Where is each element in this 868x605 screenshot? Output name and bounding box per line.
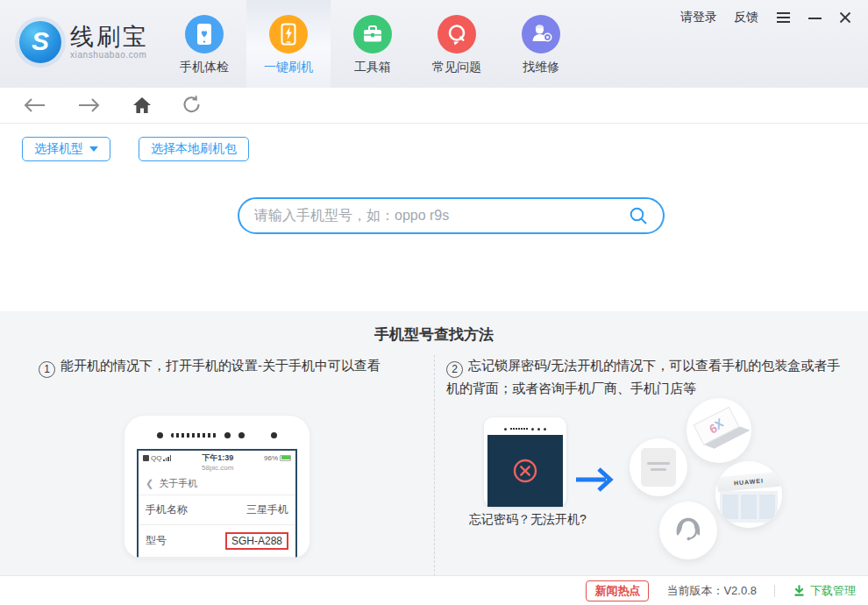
app-subtitle: xianshuabao.com (70, 50, 149, 60)
app-window: S 线刷宝 xianshuabao.com 手机体检 (0, 0, 868, 605)
forward-arrow-icon (76, 96, 103, 114)
store-windows (720, 491, 778, 523)
news-hotspot-button[interactable]: 新闻热点 (586, 580, 649, 601)
minimize-icon[interactable] (808, 18, 822, 19)
box-model-label: 6X (706, 416, 726, 436)
signal-icon (163, 455, 171, 461)
error-screen (487, 435, 563, 507)
battery-icon (280, 455, 291, 461)
status-time: 下午1:39 (202, 452, 233, 464)
storefront: HUAWEI (715, 461, 782, 528)
row-label: 手机名称 (146, 502, 188, 517)
main-nav: 手机体检 一键刷机 工具箱 (162, 0, 583, 88)
nav-label: 一键刷机 (264, 60, 313, 75)
phone-screen: QQ 下午1:39 58pic.com 96% (137, 449, 297, 559)
select-model-button[interactable]: 选择机型 (22, 137, 110, 161)
download-manager-label: 下载管理 (810, 583, 856, 599)
right-arrow-icon (574, 466, 615, 493)
model-value-highlight: SGH-A288 (225, 532, 288, 550)
locked-phone-caption: 忘记密码？无法开机? (435, 512, 621, 528)
row-label: 型号 (146, 533, 167, 548)
select-local-package-label: 选择本地刷机包 (151, 141, 237, 157)
customer-service-circle (659, 502, 717, 559)
battery-percent: 96% (264, 454, 278, 462)
phone-settings-illustration: QQ 下午1:39 58pic.com 96% (124, 415, 310, 559)
package-box-circle: 6X (687, 398, 751, 463)
guide-step2-column: 2忘记锁屏密码/无法开机的情况下，可以查看手机的包装盒或者手机的背面；或者咨询手… (434, 355, 868, 576)
guide-step2-text: 2忘记锁屏密码/无法开机的情况下，可以查看手机的包装盒或者手机的背面；或者咨询手… (435, 355, 868, 398)
repair-icon (522, 15, 560, 53)
phone-box: 6X (694, 406, 743, 452)
about-phone-label: 关于手机 (159, 477, 197, 490)
store-sign: HUAWEI (716, 472, 780, 492)
logo-letter: S (32, 26, 49, 56)
app-logo: S 线刷宝 xianshuabao.com (19, 21, 149, 63)
search-box (238, 197, 665, 234)
home-icon (132, 96, 153, 115)
login-link[interactable]: 请登录 (680, 10, 717, 25)
guide-step1-text: 1能开机的情况下，打开手机的设置-关于手机中可以查看 (0, 355, 434, 378)
refresh-icon (181, 95, 203, 116)
forward-button[interactable] (76, 96, 103, 114)
nav-label: 常见问题 (432, 60, 481, 75)
chevron-left-icon: ❮ (146, 478, 153, 489)
nav-item-repair[interactable]: 找维修 (499, 0, 583, 88)
search-input[interactable] (254, 208, 629, 224)
status-site: 58pic.com (202, 464, 233, 472)
phone-checkup-icon (185, 15, 224, 53)
version-label: 当前版本：V2.0.8 (666, 583, 757, 599)
status-bar: QQ 下午1:39 58pic.com 96% (139, 451, 295, 473)
phone-sensors (137, 428, 297, 444)
actions-row: 选择机型 选择本地刷机包 (22, 137, 249, 161)
nav-item-toolbox[interactable]: 工具箱 (331, 0, 415, 88)
footer-divider (774, 585, 775, 597)
close-icon[interactable] (838, 11, 852, 25)
feedback-link[interactable]: 反馈 (734, 10, 758, 25)
locked-phone-illustration: 忘记密码？无法开机? 6X (435, 403, 868, 579)
logo-icon: S (19, 21, 61, 63)
row-value: 三星手机 (246, 502, 288, 517)
phone-back-label-circle (630, 438, 687, 496)
model-row: 型号 SGH-A288 (139, 525, 295, 558)
browser-toolbar (0, 88, 868, 124)
refresh-button[interactable] (181, 95, 203, 116)
back-arrow-icon (21, 96, 47, 114)
search-icon[interactable] (629, 206, 648, 225)
select-model-label: 选择机型 (34, 141, 83, 157)
back-button[interactable] (21, 96, 47, 114)
carrier-icon (143, 455, 149, 461)
nav-label: 工具箱 (354, 60, 391, 75)
step1-number-badge: 1 (39, 361, 55, 378)
about-phone-row: ❮ 关于手机 (139, 473, 295, 495)
faq-icon (438, 15, 476, 53)
phone-store-circle: HUAWEI (715, 461, 782, 528)
home-button[interactable] (132, 96, 153, 115)
customer-service-icon (666, 509, 710, 552)
nav-label: 找维修 (523, 60, 559, 75)
download-icon (793, 584, 806, 597)
error-x-icon (511, 457, 539, 485)
nav-item-faq[interactable]: 常见问题 (415, 0, 499, 88)
locked-phone (484, 417, 566, 507)
select-local-package-button[interactable]: 选择本地刷机包 (139, 137, 249, 161)
phone-sensors (484, 425, 566, 432)
nav-label: 手机体检 (180, 60, 229, 75)
model-guide-panel: 手机型号查找方法 1能开机的情况下，打开手机的设置-关于手机中可以查看 (0, 311, 868, 575)
model-sticker (641, 448, 676, 487)
toolbox-icon (353, 15, 392, 53)
download-manager-button[interactable]: 下载管理 (793, 583, 856, 599)
carrier-label: QQ (151, 454, 161, 462)
one-key-flash-icon (269, 15, 308, 53)
app-title: 线刷宝 (70, 25, 149, 49)
guide-title: 手机型号查找方法 (0, 311, 868, 345)
phone-name-row: 手机名称 三星手机 (139, 495, 295, 525)
chevron-down-icon (89, 146, 98, 152)
nav-item-one-key-flash[interactable]: 一键刷机 (246, 0, 331, 88)
window-actions: 请登录 反馈 (680, 10, 852, 25)
nav-item-phone-checkup[interactable]: 手机体检 (162, 0, 246, 88)
step2-number-badge: 2 (446, 361, 463, 378)
footer-bar: 新闻热点 当前版本：V2.0.8 下载管理 (0, 575, 868, 605)
menu-icon[interactable] (775, 11, 792, 25)
guide-step1-column: 1能开机的情况下，打开手机的设置-关于手机中可以查看 QQ (0, 355, 434, 576)
header-bar: S 线刷宝 xianshuabao.com 手机体检 (0, 0, 868, 88)
